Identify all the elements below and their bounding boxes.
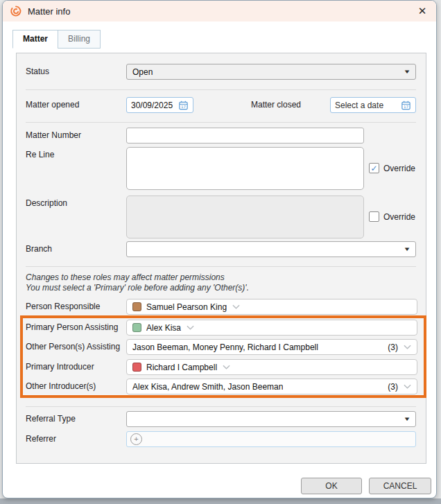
status-value: Open bbox=[132, 67, 153, 77]
description-label: Description bbox=[26, 198, 67, 208]
person-color-swatch bbox=[132, 363, 141, 372]
referral-type-label: Referral Type bbox=[26, 414, 76, 424]
dialog-title: Matter info bbox=[28, 6, 70, 17]
other-persons-assisting-value: Jason Beeman, Money Penny, Richard I Cam… bbox=[132, 342, 318, 352]
chevron-down-icon bbox=[223, 365, 230, 370]
chevron-down-icon bbox=[404, 345, 411, 349]
chevron-down-icon bbox=[187, 325, 194, 330]
svg-text:17: 17 bbox=[181, 105, 187, 109]
tab-billing[interactable]: Billing bbox=[58, 30, 101, 49]
tab-bar: Matter Billing bbox=[12, 30, 101, 49]
background-window-edge bbox=[0, 498, 441, 504]
other-introducers-label: Other Introducer(s) bbox=[26, 381, 96, 391]
status-label: Status bbox=[26, 67, 49, 76]
matter-closed-placeholder: Select a date bbox=[335, 101, 383, 110]
primary-introducer-label: Primary Introducer bbox=[26, 362, 94, 372]
matter-opened-value: 30/09/2025 bbox=[131, 101, 173, 110]
cancel-button[interactable]: CANCEL bbox=[369, 478, 431, 494]
person-color-swatch bbox=[132, 323, 141, 332]
selection-count: (3) bbox=[388, 342, 398, 352]
referral-type-select[interactable]: ▼ bbox=[126, 411, 416, 427]
divider bbox=[26, 266, 416, 267]
matter-number-input[interactable] bbox=[126, 128, 364, 144]
matter-opened-label: Matter opened bbox=[26, 100, 79, 110]
divider bbox=[26, 122, 416, 123]
other-persons-assisting-label: Other Person(s) Assisting bbox=[26, 342, 120, 351]
override-label: Override bbox=[383, 212, 415, 222]
primary-introducer-value: Richard I Campbell bbox=[146, 363, 217, 372]
plus-icon[interactable]: + bbox=[130, 433, 142, 445]
re-line-textarea[interactable] bbox=[126, 147, 364, 190]
referrer-label: Referrer bbox=[26, 434, 56, 444]
roles-notice-line2: You must select a 'Primary' role before … bbox=[26, 283, 249, 293]
other-introducers-value: Alex Kisa, Andrew Smith, Jason Beeman bbox=[132, 382, 283, 392]
svg-text:17: 17 bbox=[404, 105, 409, 109]
divider bbox=[26, 89, 416, 90]
primary-person-assisting-combo[interactable]: Alex Kisa bbox=[126, 320, 417, 336]
person-responsible-value: Samuel Pearson King bbox=[146, 302, 227, 312]
branch-label: Branch bbox=[26, 244, 52, 254]
chevron-down-icon bbox=[404, 384, 411, 389]
check-icon[interactable] bbox=[369, 211, 379, 222]
description-textarea bbox=[126, 195, 364, 238]
branch-select[interactable]: ▼ bbox=[126, 241, 416, 257]
primary-person-assisting-label: Primary Person Assisting bbox=[26, 322, 118, 332]
smokeball-logo-icon bbox=[10, 5, 22, 17]
matter-closed-label: Matter closed bbox=[251, 100, 301, 110]
matter-number-label: Matter Number bbox=[26, 130, 81, 140]
selection-count: (3) bbox=[388, 382, 398, 392]
primary-person-assisting-value: Alex Kisa bbox=[146, 323, 181, 333]
person-color-swatch bbox=[132, 302, 141, 311]
close-icon[interactable]: ✕ bbox=[415, 4, 429, 18]
divider bbox=[26, 406, 416, 407]
matter-closed-datefield[interactable]: Select a date 17 bbox=[330, 97, 416, 113]
matter-info-dialog: Matter info ✕ Matter Billing Status Open… bbox=[2, 0, 437, 498]
chevron-down-icon: ▼ bbox=[403, 69, 410, 75]
description-override-checkbox[interactable]: Override bbox=[369, 211, 415, 222]
chevron-down-icon: ▼ bbox=[403, 246, 410, 252]
tab-matter[interactable]: Matter bbox=[12, 30, 58, 49]
status-select[interactable]: Open ▼ bbox=[126, 64, 416, 80]
person-responsible-label: Person Responsible bbox=[26, 302, 100, 311]
other-introducers-combo[interactable]: Alex Kisa, Andrew Smith, Jason Beeman (3… bbox=[126, 379, 417, 394]
chevron-down-icon: ▼ bbox=[403, 416, 410, 422]
check-icon[interactable]: ✓ bbox=[369, 163, 379, 173]
matter-opened-datefield[interactable]: 30/09/2025 17 bbox=[126, 97, 193, 113]
roles-notice-line1: Changes to these roles may affect matter… bbox=[26, 272, 225, 282]
chevron-down-icon bbox=[232, 304, 240, 309]
override-label: Override bbox=[383, 164, 415, 173]
primary-introducer-combo[interactable]: Richard I Campbell bbox=[126, 359, 417, 375]
person-responsible-combo[interactable]: Samuel Pearson King bbox=[126, 299, 417, 315]
dialog-titlebar: Matter info ✕ bbox=[3, 1, 436, 21]
other-persons-assisting-combo[interactable]: Jason Beeman, Money Penny, Richard I Cam… bbox=[126, 339, 417, 355]
calendar-icon[interactable]: 17 bbox=[178, 100, 189, 110]
matter-form-panel: Status Open ▼ Matter opened 30/09/2025 1… bbox=[16, 53, 426, 464]
background-window-sliver bbox=[437, 0, 441, 498]
re-line-override-checkbox[interactable]: ✓ Override bbox=[369, 163, 415, 173]
ok-button[interactable]: OK bbox=[301, 478, 362, 494]
referrer-field: + bbox=[126, 431, 416, 447]
calendar-icon[interactable]: 17 bbox=[401, 100, 411, 110]
re-line-label: Re Line bbox=[26, 150, 54, 159]
